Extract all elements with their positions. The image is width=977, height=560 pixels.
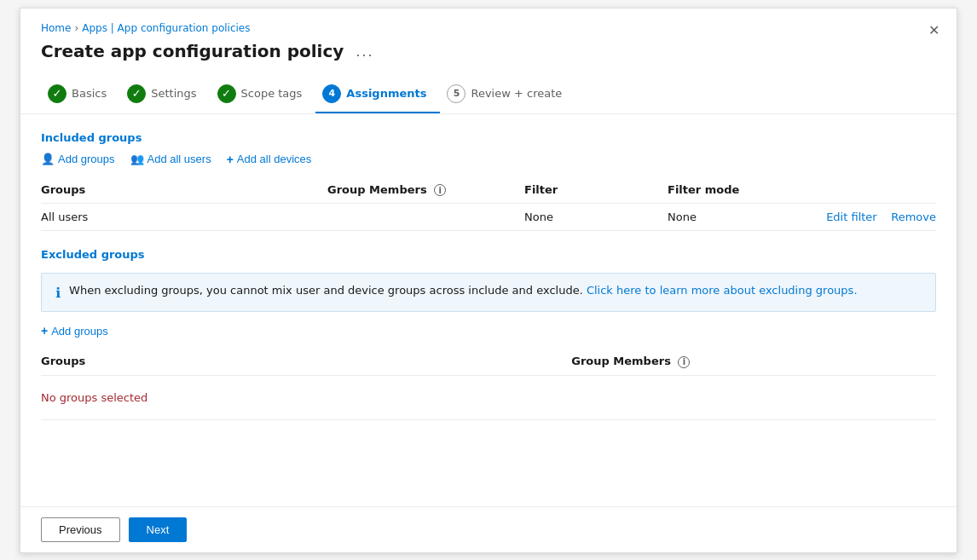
remove-link[interactable]: Remove [891,211,936,223]
breadcrumb-sep1: › [74,22,78,34]
step-basics-label: Basics [72,87,107,100]
title-row: Create app configuration policy ... [41,41,936,62]
step-assignments-num: 4 [322,84,341,103]
col-groups-header: Groups [41,178,327,204]
modal-container: Home › Apps | App configuration policies… [20,8,957,553]
excluded-add-groups-plus-icon: + [41,324,48,338]
excluded-add-groups-label: Add groups [51,325,108,338]
close-button[interactable]: ✕ [928,22,939,38]
row-filter: None [524,204,668,231]
excl-col-groups-header: Groups [41,349,571,375]
learn-more-link[interactable]: Click here to learn more about excluding… [587,284,858,297]
add-groups-button[interactable]: 👤 Add groups [41,153,115,165]
step-settings-label: Settings [151,87,196,100]
step-assignments[interactable]: 4 Assignments [315,76,440,113]
row-members [327,204,524,231]
step-scopetags[interactable]: ✓ Scope tags [211,76,316,113]
no-groups-text: No groups selected [41,375,936,419]
table-row: All users None None Edit filter Remove [41,204,936,231]
excluded-groups-table: Groups Group Members i No groups selecte… [41,349,936,420]
included-groups-table: Groups Group Members i Filter Filter mod… [41,178,936,232]
add-all-users-people-icon: 👥 [130,153,144,165]
step-settings-icon: ✓ [127,84,146,103]
page-title: Create app configuration policy [41,41,344,61]
modal-footer: Previous Next [20,506,957,552]
add-groups-label: Add groups [58,153,115,165]
col-actions-header [811,178,936,204]
excluded-groups-info-box: ℹ When excluding groups, you cannot mix … [41,273,936,312]
step-basics-icon: ✓ [48,84,66,103]
included-groups-title: Included groups [41,131,936,144]
included-groups-actions: 👤 Add groups 👥 Add all users + Add all d… [41,153,936,166]
steps-nav: ✓ Basics ✓ Settings ✓ Scope tags 4 Assig… [41,76,936,113]
add-all-devices-plus-icon: + [227,153,234,166]
add-all-devices-button[interactable]: + Add all devices [227,153,312,166]
excluded-empty-row: No groups selected [41,375,936,419]
info-box-text: When excluding groups, you cannot mix us… [69,284,857,297]
row-filtermode: None [668,204,811,231]
breadcrumb-home[interactable]: Home [41,22,71,34]
step-basics[interactable]: ✓ Basics [41,76,120,113]
excluded-add-groups-button[interactable]: + Add groups [41,324,108,338]
col-filtermode-header: Filter mode [668,178,811,204]
modal-header: Home › Apps | App configuration policies… [20,9,957,114]
more-options-button[interactable]: ... [350,41,379,62]
col-filter-header: Filter [524,178,668,204]
previous-button[interactable]: Previous [41,517,120,542]
row-group-name: All users [41,204,327,231]
add-all-users-label: Add all users [147,153,211,165]
excluded-groups-title: Excluded groups [41,248,936,261]
add-all-users-button[interactable]: 👥 Add all users [130,153,211,165]
step-scopetags-label: Scope tags [241,87,303,100]
step-reviewcreate-label: Review + create [471,87,562,100]
step-reviewcreate[interactable]: 5 Review + create [440,76,575,113]
info-box-icon: ℹ [55,285,61,301]
add-groups-person-icon: 👤 [41,153,55,165]
breadcrumb: Home › Apps | App configuration policies [41,22,936,34]
row-actions: Edit filter Remove [811,204,936,231]
excl-group-members-info-icon[interactable]: i [678,356,690,368]
edit-filter-link[interactable]: Edit filter [826,211,877,223]
excl-col-members-header: Group Members i [571,349,936,375]
breadcrumb-apps[interactable]: Apps | App configuration policies [82,22,250,34]
step-settings[interactable]: ✓ Settings [120,76,210,113]
add-all-devices-label: Add all devices [237,153,311,165]
step-scopetags-icon: ✓ [217,84,236,103]
modal-body: Included groups 👤 Add groups 👥 Add all u… [20,114,957,506]
step-reviewcreate-num: 5 [447,84,465,103]
group-members-info-icon[interactable]: i [434,184,446,196]
step-assignments-label: Assignments [346,87,426,100]
next-button[interactable]: Next [129,517,188,542]
col-members-header: Group Members i [327,178,524,204]
